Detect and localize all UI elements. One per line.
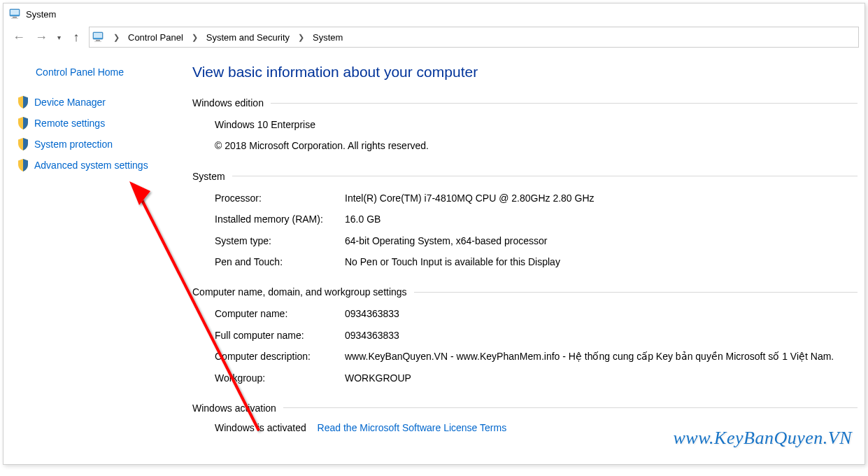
section-windows-activation: Windows activation Windows is activated … [192, 402, 858, 433]
label-full-computer-name: Full computer name: [215, 328, 341, 343]
forward-button[interactable]: → [31, 27, 51, 47]
content-body: Control Panel Home Device Manager Remote… [3, 50, 865, 464]
value-pen-touch: No Pen or Touch Input is available for t… [345, 254, 858, 270]
divider [283, 407, 858, 408]
breadcrumb-separator: ❯ [294, 33, 308, 42]
sidebar-item-label: System protection [34, 139, 113, 150]
control-panel-home-link[interactable]: Control Panel Home [17, 66, 178, 78]
label-workgroup: Workgroup: [215, 370, 341, 386]
label-ram: Installed memory (RAM): [215, 211, 341, 227]
edition-name: Windows 10 Enterprise [215, 117, 858, 132]
breadcrumb-separator: ❯ [109, 33, 124, 42]
sidebar: Control Panel Home Device Manager Remote… [3, 50, 185, 464]
value-ram: 16.0 GB [345, 211, 858, 227]
breadcrumb-control-panel[interactable]: Control Panel [125, 32, 186, 43]
sidebar-device-manager[interactable]: Device Manager [17, 96, 178, 108]
divider [414, 292, 858, 293]
computer-icon [92, 31, 105, 43]
divider [232, 176, 858, 176]
label-processor: Processor: [215, 190, 341, 206]
breadcrumb-separator: ❯ [187, 33, 202, 42]
section-computer-name: Computer name, domain, and workgroup set… [192, 286, 858, 386]
computer-icon [9, 8, 22, 20]
main-panel: View basic information about your comput… [185, 50, 865, 464]
label-system-type: System type: [215, 233, 341, 248]
svg-rect-6 [96, 40, 100, 41]
value-processor: Intel(R) Core(TM) i7-4810MQ CPU @ 2.80GH… [345, 190, 858, 206]
history-dropdown[interactable]: ▾ [54, 27, 64, 47]
license-terms-link[interactable]: Read the Microsoft Software License Term… [318, 422, 507, 433]
section-title: Computer name, domain, and workgroup set… [192, 286, 407, 298]
section-title: System [192, 171, 225, 182]
svg-rect-2 [13, 17, 17, 18]
window-title: System [26, 9, 56, 20]
sidebar-item-label: Device Manager [34, 97, 106, 108]
breadcrumb-system-security[interactable]: System and Security [204, 32, 292, 43]
value-workgroup: WORKGROUP [345, 370, 858, 386]
value-computer-name: 0934363833 [345, 306, 858, 321]
title-bar: System [3, 4, 865, 24]
svg-rect-5 [94, 33, 102, 38]
value-system-type: 64-bit Operating System, x64-based proce… [345, 233, 858, 248]
shield-icon [17, 138, 29, 150]
back-button[interactable]: ← [9, 27, 29, 47]
value-full-computer-name: 0934363833 [345, 328, 858, 343]
label-computer-name: Computer name: [215, 306, 341, 321]
section-title: Windows activation [192, 402, 276, 414]
section-windows-edition: Windows edition Windows 10 Enterprise © … [192, 97, 858, 154]
nav-row: ← → ▾ ↑ ❯ Control Panel ❯ System and Sec… [3, 24, 865, 50]
sidebar-advanced-system-settings[interactable]: Advanced system settings [17, 159, 178, 172]
shield-icon [17, 117, 29, 130]
breadcrumb-system[interactable]: System [310, 32, 346, 43]
address-bar[interactable]: ❯ Control Panel ❯ System and Security ❯ … [89, 27, 859, 48]
sidebar-item-label: Remote settings [34, 118, 105, 129]
page-heading: View basic information about your comput… [192, 64, 858, 80]
edition-copyright: © 2018 Microsoft Corporation. All rights… [215, 138, 858, 153]
up-button[interactable]: ↑ [66, 27, 86, 47]
sidebar-remote-settings[interactable]: Remote settings [17, 117, 178, 130]
svg-rect-1 [10, 10, 19, 15]
section-system: System Processor: Intel(R) Core(TM) i7-4… [192, 171, 858, 270]
label-pen-touch: Pen and Touch: [215, 254, 341, 270]
sidebar-system-protection[interactable]: System protection [17, 138, 178, 150]
label-computer-description: Computer description: [215, 349, 341, 364]
shield-icon [17, 96, 29, 108]
activation-status: Windows is activated [215, 422, 306, 433]
value-computer-description: www.KeyBanQuyen.VN - www.KeyPhanMem.info… [345, 349, 858, 364]
sidebar-item-label: Advanced system settings [34, 160, 148, 171]
shield-icon [17, 159, 29, 172]
system-window: System ← → ▾ ↑ ❯ Control Panel ❯ System … [3, 3, 865, 465]
divider [271, 103, 858, 104]
svg-rect-7 [94, 41, 101, 42]
svg-rect-3 [11, 18, 18, 19]
section-title: Windows edition [192, 97, 264, 108]
